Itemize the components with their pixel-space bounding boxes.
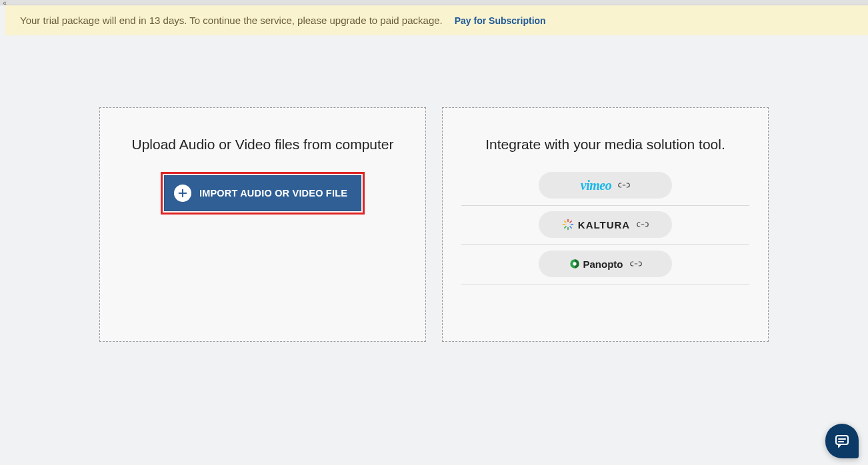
top-strip: «: [0, 0, 868, 5]
svg-rect-9: [836, 436, 848, 444]
trial-banner: Your trial package will end in 13 days. …: [5, 5, 868, 35]
upload-heading: Upload Audio or Video files from compute…: [119, 135, 407, 155]
kaltura-logo: KALTURA: [562, 219, 630, 231]
integration-row-vimeo: vimeo: [461, 172, 749, 206]
svg-point-8: [573, 262, 576, 266]
import-button-label: IMPORT AUDIO OR VIDEO FILE: [199, 188, 347, 199]
trial-banner-message: Your trial package will end in 13 days. …: [20, 15, 443, 26]
import-button-highlight: IMPORT AUDIO OR VIDEO FILE: [161, 172, 365, 215]
chat-widget-button[interactable]: [825, 424, 859, 458]
kaltura-integration-button[interactable]: KALTURA: [539, 211, 672, 238]
vimeo-logo: vimeo: [581, 178, 611, 193]
upload-panel: Upload Audio or Video files from compute…: [99, 107, 426, 342]
collapse-sidebar-toggle[interactable]: «: [0, 0, 9, 9]
svg-line-5: [570, 227, 571, 228]
panopto-mark-icon: [569, 258, 580, 269]
panopto-label: Panopto: [583, 258, 623, 270]
integration-list: vimeo: [461, 172, 749, 284]
panopto-logo: Panopto: [569, 258, 623, 270]
kaltura-sun-icon: [562, 219, 574, 231]
chat-icon: [834, 433, 850, 449]
link-icon: [637, 220, 649, 229]
integration-row-panopto: Panopto: [461, 245, 749, 284]
svg-line-6: [565, 227, 566, 228]
integration-row-kaltura: KALTURA: [461, 206, 749, 245]
integrate-panel: Integrate with your media solution tool.…: [442, 107, 769, 342]
integrate-heading: Integrate with your media solution tool.: [461, 135, 749, 155]
plus-icon: [174, 185, 191, 202]
link-icon: [630, 259, 642, 268]
import-file-button[interactable]: IMPORT AUDIO OR VIDEO FILE: [164, 175, 361, 211]
kaltura-label: KALTURA: [578, 219, 630, 231]
pay-subscription-link[interactable]: Pay for Subscription: [455, 15, 546, 26]
vimeo-integration-button[interactable]: vimeo: [539, 172, 672, 199]
panopto-integration-button[interactable]: Panopto: [539, 250, 672, 277]
svg-line-4: [565, 221, 566, 223]
svg-line-7: [570, 221, 571, 223]
link-icon: [618, 181, 630, 190]
main-content: Upload Audio or Video files from compute…: [0, 35, 868, 342]
